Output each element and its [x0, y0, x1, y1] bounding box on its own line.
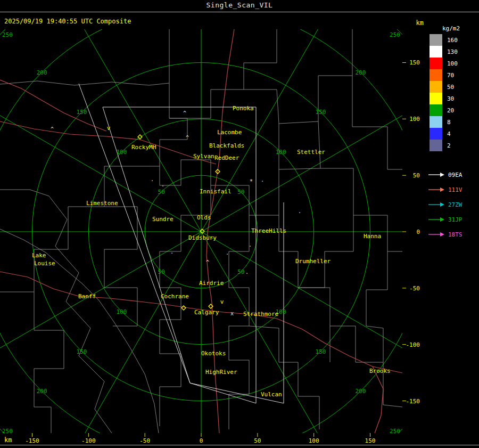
radar-legend-row: 31JP	[428, 212, 463, 227]
legend-color-swatch	[430, 58, 442, 69]
city-label: Hanna	[364, 233, 381, 240]
city-label: Okotoks	[201, 350, 226, 357]
site-arrow-icon	[428, 172, 444, 178]
city-label: RockyMH	[131, 144, 156, 151]
town-marker: .	[170, 249, 174, 255]
y-tick-label: 100	[409, 116, 420, 123]
x-tick-label: 150	[365, 437, 376, 444]
town-marker: ^	[183, 110, 186, 116]
axes: -150-100-50050100150150100500-50-100-150	[0, 59, 479, 445]
city-label: Limestone	[86, 200, 118, 207]
town-marker: .	[245, 269, 249, 275]
radar-map-canvas: 5010015020025050100150200250501001502002…	[0, 0, 479, 448]
county-boundary	[320, 168, 402, 251]
town-marker: *	[250, 178, 253, 184]
ring-distance-label: 100	[116, 149, 127, 156]
county-boundary	[366, 251, 387, 362]
town-marker: .	[226, 250, 229, 256]
county-boundary	[298, 215, 353, 288]
county-boundary	[34, 292, 64, 433]
y-tick-label: -100	[406, 341, 420, 348]
scale-legend-row: 8	[430, 116, 458, 128]
county-boundary	[249, 326, 319, 429]
ring-distance-label: 150	[77, 348, 87, 355]
city-label: Vulcan	[261, 391, 282, 398]
y-tick-label: 50	[413, 172, 420, 179]
city-label: Airdrie	[199, 280, 224, 287]
scale-legend-row: 70	[430, 69, 458, 81]
legend-color-swatch	[430, 81, 442, 93]
site-arrow-marker: v	[107, 125, 111, 132]
county-boundary	[229, 215, 249, 429]
radar-legend-row: 09EA	[428, 167, 463, 182]
ring-distance-label: 150	[77, 109, 87, 116]
city-label: RedDeer	[214, 154, 240, 161]
y-tick-label: -50	[409, 285, 420, 292]
y-tick-label: -150	[406, 398, 420, 405]
legend-value-label: 20	[447, 107, 454, 114]
county-boundary	[137, 83, 187, 166]
x-tick-label: -150	[25, 437, 39, 444]
radar-site-legend: 09EA111V27ZW31JP18TS	[428, 167, 463, 242]
ring-distance-label: 150	[316, 109, 326, 116]
town-marker: ^	[206, 259, 209, 265]
radar-site-id-label: 27ZW	[448, 201, 463, 208]
site-arrow-marker: v	[220, 298, 224, 305]
legend-color-swatch	[430, 116, 442, 128]
city-label: Louise	[34, 260, 55, 267]
city-label: Lacombe	[217, 129, 242, 136]
range-rings	[0, 0, 479, 448]
scale-legend-row: 100	[430, 58, 458, 69]
scale-legend-row: 130	[430, 46, 458, 58]
legend-value-label: 160	[447, 37, 458, 44]
city-label: Strathmore	[243, 311, 278, 317]
county-boundary	[169, 29, 277, 118]
radar-app-window: Single_Scan_VIL 2025/09/19 19:40:55 UTC …	[0, 0, 479, 448]
radar-legend-row: 111V	[428, 182, 463, 197]
ring-distance-label: 100	[276, 149, 286, 156]
county-boundary	[352, 76, 402, 169]
ring-distance-label: 50	[158, 189, 165, 196]
town-marker: .	[151, 176, 154, 182]
city-label: Banff	[78, 293, 96, 300]
ring-distance-label: 250	[2, 31, 13, 38]
ring-distance-label: 100	[116, 308, 127, 315]
y-tick-label: 150	[409, 59, 420, 66]
city-label: Didsbury	[188, 234, 217, 241]
radar-site-id-label: 09EA	[448, 172, 463, 178]
x-tick-label: 50	[254, 437, 261, 444]
site-arrow-icon	[428, 231, 444, 238]
x-tick-label: -100	[81, 437, 96, 444]
legend-value-label: 30	[447, 95, 454, 102]
legend-color-swatch	[430, 46, 442, 58]
legend-value-label: 2	[447, 142, 451, 149]
legend-value-label: 100	[447, 60, 458, 67]
county-boundary	[0, 29, 169, 85]
x-tick-label: 0	[200, 437, 203, 444]
county-boundary	[0, 229, 159, 433]
city-label: HighRiver	[205, 369, 237, 376]
ring-distance-label: 50	[237, 189, 244, 196]
legend-value-label: 130	[447, 48, 458, 55]
scale-legend-row: 20	[430, 104, 458, 116]
x-tick-label: 100	[309, 437, 319, 444]
scale-legend-row: 4	[430, 128, 458, 140]
county-boundary	[244, 29, 352, 124]
town-marker: .	[161, 182, 164, 188]
scale-legend-row: 30	[430, 93, 458, 104]
county-boundary	[279, 121, 320, 169]
radar-legend-row: 27ZW	[428, 197, 463, 212]
city-label: Stettler	[297, 149, 325, 156]
ring-distance-label: 200	[37, 388, 47, 395]
city-label: Lake	[32, 252, 46, 259]
town-marker: .	[261, 177, 264, 183]
ring-distance-label: 150	[316, 348, 326, 355]
site-arrow-icon	[428, 216, 444, 223]
ring-distance-label: 200	[355, 388, 366, 395]
legend-value-label: 4	[447, 131, 451, 137]
radar-site-id-label: 18TS	[448, 231, 463, 238]
scale-legend-row: 160	[430, 34, 458, 46]
scale-legend-row: 2	[430, 140, 458, 151]
city-label: Innisfail	[200, 188, 232, 195]
city-label: Sylvan	[193, 153, 214, 160]
